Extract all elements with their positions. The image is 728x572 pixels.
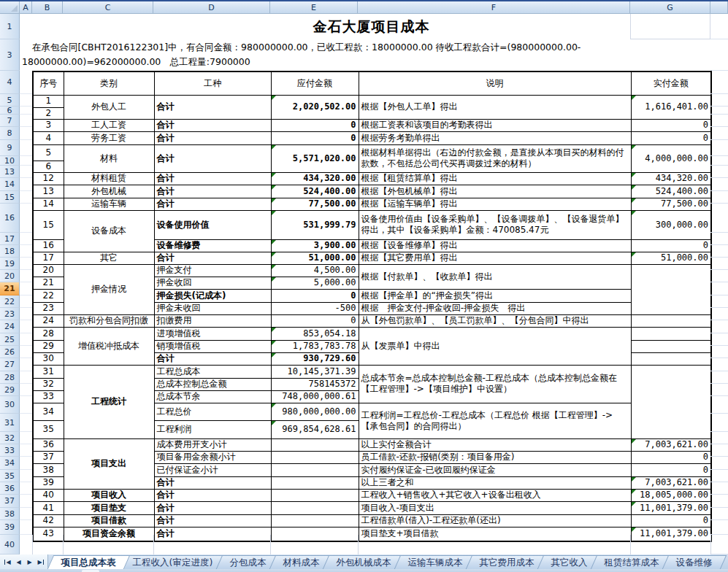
col-title-5[interactable]: 实付金额 <box>631 72 711 95</box>
cell-category-9[interactable]: 材料 <box>64 144 154 172</box>
cell-seq-33[interactable]: 37 <box>33 451 64 463</box>
cell-paid-18[interactable]: 51,000.00 <box>631 252 711 264</box>
row-header-33[interactable]: 33 <box>0 444 20 457</box>
row-header-19[interactable]: 19 <box>0 258 20 270</box>
cell-worktype-25[interactable]: 销项增值税 <box>154 340 271 352</box>
cell-worktype-19[interactable]: 押金支付 <box>154 264 271 277</box>
row-header-26[interactable]: 26 <box>0 346 20 358</box>
cell-category-15[interactable]: 运输车辆 <box>64 198 154 210</box>
cell-seq-8[interactable]: 4 <box>33 131 64 144</box>
cell-category-19[interactable]: 押金情况 <box>64 264 154 314</box>
cell-description-17[interactable]: 根据【设备维修单】得出 <box>359 239 631 252</box>
column-header-D[interactable]: D <box>153 1 270 14</box>
cell-seq-31[interactable]: 35 <box>33 420 64 438</box>
cell-worktype-13[interactable]: 合计 <box>154 172 271 185</box>
cell-payable-16[interactable]: 531,999.79 <box>271 210 359 239</box>
cell-paid-7[interactable]: 0 <box>631 119 711 131</box>
sheet-tab-5[interactable]: 运输车辆成本 <box>394 555 477 569</box>
cell-paid-32[interactable]: 7,003,621.00 <box>631 438 711 451</box>
cell-worktype-8[interactable]: 合计 <box>154 131 271 144</box>
cell-description-30[interactable]: 工程利润=工程总价-工程总成本（工程总价 根据【工程管理】->【承包合同】的合同… <box>359 403 631 438</box>
cell-description-15[interactable]: 根据【运输车辆单】得出 <box>359 198 631 210</box>
col-title-3[interactable]: 应付金额 <box>271 72 359 95</box>
cell-seq-27[interactable]: 31 <box>33 365 64 378</box>
cell-description-34[interactable]: 实付履约保证金-已收回履约保证金 <box>359 463 631 476</box>
cell-seq-18[interactable]: 17 <box>33 252 64 264</box>
cell-seq-32[interactable]: 36 <box>33 438 64 451</box>
cell-worktype-18[interactable]: 合计 <box>154 252 271 264</box>
cell-worktype-36[interactable]: 合计 <box>154 489 271 501</box>
cell-description-9[interactable]: 根据材料单据得出（右边的付款金额，是直接从本项目买的材料的付款数，不包括总公司代… <box>359 144 631 172</box>
cell-category-24[interactable]: 增值税冲抵成本 <box>64 327 154 365</box>
cell-worktype-28[interactable]: 总成本控制总金额 <box>154 378 271 390</box>
cell-category-16[interactable]: 设备成本 <box>64 210 154 252</box>
cell-worktype-9[interactable]: 合计 <box>154 144 271 172</box>
cell-category-38[interactable]: 项目借款 <box>64 514 154 527</box>
cell-paid-8[interactable]: 0 <box>631 131 711 144</box>
row-header-38[interactable]: 38 <box>0 508 20 520</box>
cell-seq-7[interactable]: 3 <box>33 119 64 131</box>
row-header-1[interactable]: 1 <box>0 14 20 39</box>
cell-seq-28[interactable]: 32 <box>33 378 64 390</box>
column-header-F[interactable]: F <box>358 1 630 14</box>
cell-payable-22[interactable]: -500 <box>271 302 359 314</box>
cell-payable-34[interactable] <box>271 463 359 476</box>
row-header-36[interactable]: 36 <box>0 482 20 495</box>
bottom-scroll-strip[interactable] <box>0 569 728 572</box>
cell-description-8[interactable]: 根据劳务考勤单得出 <box>359 131 631 144</box>
row-header-3[interactable]: 3 <box>0 39 20 71</box>
row-header-21[interactable]: 21 <box>0 282 20 295</box>
cell-description-27[interactable]: 总成本节余=总成本控制总金额-工程总成本（总成本控制总金额在【工程管理】->【项… <box>359 365 631 403</box>
cell-description-5[interactable]: 根据【外包人工单】得出 <box>359 95 631 119</box>
cell-payable-9[interactable]: 5,571,020.00 <box>271 144 359 172</box>
cell-paid-19[interactable] <box>631 264 711 314</box>
first-sheet-button[interactable]: ◀ <box>2 556 13 568</box>
column-header-B[interactable]: B <box>32 1 63 14</box>
cell-seq-16[interactable]: 15 <box>33 210 64 239</box>
row-header-18[interactable]: 18 <box>0 245 20 258</box>
cell-seq-26[interactable]: 30 <box>33 352 64 365</box>
cell-seq-37[interactable]: 41 <box>33 501 64 514</box>
cell-seq-36[interactable]: 40 <box>33 489 64 501</box>
cell-seq-6[interactable]: 2 <box>33 107 64 119</box>
cell-payable-8[interactable]: 0 <box>271 131 359 144</box>
cell-category-5[interactable]: 外包人工 <box>64 95 154 119</box>
cell-worktype-21[interactable]: 押金损失(记成本) <box>154 289 271 302</box>
cell-seq-29[interactable]: 33 <box>33 390 64 403</box>
row-header-7[interactable]: 7 <box>0 115 20 127</box>
cell-paid-9[interactable]: 4,000,000.00 <box>631 144 711 172</box>
row-header-32[interactable]: 32 <box>0 432 20 444</box>
cell-worktype-33[interactable]: 项目备用金余额小计 <box>154 451 271 463</box>
cell-seq-20[interactable]: 21 <box>33 277 64 289</box>
cell-worktype-34[interactable]: 已付保证金小计 <box>154 463 271 476</box>
cell-worktype-7[interactable]: 合计 <box>154 119 271 131</box>
cell-category-27[interactable]: 工程统计 <box>64 365 154 438</box>
cell-paid-16[interactable]: 300,000.00 <box>631 210 711 239</box>
cell-payable-14[interactable]: 524,400.00 <box>271 185 359 198</box>
cell-payable-7[interactable]: 0 <box>271 119 359 131</box>
column-header-A[interactable]: A <box>20 1 32 14</box>
row-header-17[interactable]: 17 <box>0 233 20 245</box>
cell-worktype-16[interactable]: 设备使用价值 <box>154 210 271 239</box>
cell-worktype-32[interactable]: 成本费用开支小计 <box>154 438 271 451</box>
row-header-9[interactable]: 9 <box>0 140 20 156</box>
row-header-13[interactable]: 13 <box>0 166 20 178</box>
row-header-24[interactable]: 24 <box>0 320 20 333</box>
empty-cell-g1[interactable] <box>630 14 710 39</box>
cell-category-13[interactable]: 材料租赁 <box>64 172 154 185</box>
cell-paid-34[interactable]: 0 <box>631 463 711 476</box>
cell-category-36[interactable]: 项目收入 <box>64 489 154 501</box>
cell-description-13[interactable]: 根据【租赁结算单】得出 <box>359 172 631 185</box>
sheet-tab-4[interactable]: 外包机械成本 <box>323 555 405 569</box>
cell-category-18[interactable]: 其它 <box>64 252 154 264</box>
cell-description-37[interactable]: 项目收入-项目支出 <box>359 501 631 514</box>
cell-paid-14[interactable]: 524,400.00 <box>631 185 711 198</box>
sheet-tab-6[interactable]: 其它费用成本 <box>466 555 548 569</box>
cell-paid-25[interactable] <box>631 340 711 352</box>
col-title-0[interactable]: 序号 <box>33 72 64 95</box>
cell-description-16[interactable]: 设备使用价值由【设备采购单】、【设备调拨单】、【设备退货单】得出，其中【设备采购… <box>359 210 631 239</box>
col-title-1[interactable]: 类别 <box>64 72 154 95</box>
cell-worktype-20[interactable]: 押金收回 <box>154 277 271 289</box>
cell-seq-25[interactable]: 29 <box>33 340 64 352</box>
cell-paid-35[interactable]: 7,003,621.00 <box>631 476 711 489</box>
